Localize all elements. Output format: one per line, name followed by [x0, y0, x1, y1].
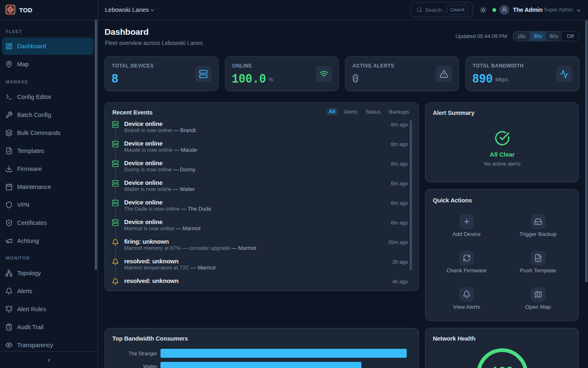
svg-text:100: 100 — [491, 365, 513, 368]
